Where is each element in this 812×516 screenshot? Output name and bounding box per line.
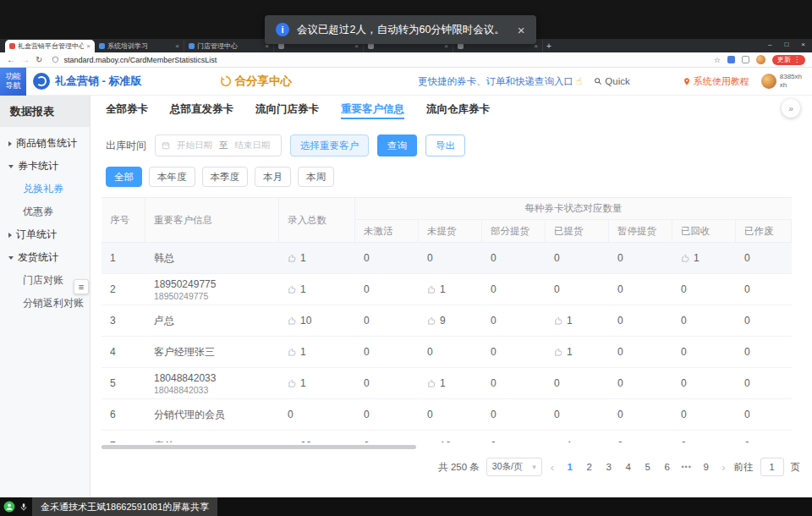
status-count-cell: 0 <box>736 283 792 295</box>
goto-label: 前往 <box>734 461 754 474</box>
search-button[interactable]: 查询 <box>377 134 417 156</box>
forward-icon[interactable]: → <box>21 56 30 64</box>
sidebar-item[interactable]: 兑换礼券 <box>0 178 90 200</box>
new-tab-button[interactable]: + <box>543 40 555 52</box>
content-tab[interactable]: 总部直发券卡 <box>170 96 233 123</box>
content-tab[interactable]: 重要客户信息 <box>341 96 404 123</box>
nav-menu-button[interactable]: 功能导航 <box>0 68 26 96</box>
sidebar-item[interactable]: 优惠券 <box>0 200 90 223</box>
chevron-double-right-icon[interactable]: » <box>782 99 800 118</box>
quick-filter-chip[interactable]: 本季度 <box>202 167 249 187</box>
content-tab[interactable]: 流向门店券卡 <box>255 96 319 123</box>
count-detail-icon[interactable] <box>427 379 436 388</box>
select-customer-button[interactable]: 选择重要客户 <box>290 134 369 156</box>
count-value: 1 <box>567 346 573 358</box>
count-detail-icon[interactable] <box>427 316 436 326</box>
browser-tab[interactable]: 门店管理中心× <box>184 40 274 52</box>
count-detail-icon[interactable] <box>288 254 297 263</box>
page-number[interactable]: 9 <box>699 462 713 472</box>
count-value: 1 <box>300 346 306 358</box>
browser-tab[interactable]: 礼盒营销平台管理中心× <box>5 40 95 52</box>
tab-close-icon[interactable]: × <box>175 42 179 50</box>
toast-close-icon[interactable]: × <box>518 24 525 36</box>
quick-filter-chip[interactable]: 本月 <box>255 167 291 187</box>
date-end-placeholder[interactable]: 结束日期 <box>229 140 275 151</box>
page-number[interactable]: 2 <box>582 462 596 472</box>
sidebar-item[interactable]: 发货统计 <box>0 246 90 269</box>
extension-icon[interactable] <box>727 56 735 63</box>
url-box[interactable]: standard.maboy.cn/CardMemberStatisticsLi… <box>52 56 217 64</box>
count-detail-icon[interactable] <box>554 442 563 443</box>
quick-filter-chip[interactable]: 本周 <box>298 167 334 187</box>
count-detail-icon[interactable] <box>554 316 563 326</box>
goto-page-input[interactable] <box>760 458 784 476</box>
page-number[interactable]: 4 <box>621 462 635 472</box>
user-name-sub: xh <box>780 81 802 90</box>
back-icon[interactable]: ← <box>7 56 15 64</box>
extensions-puzzle-icon[interactable] <box>742 56 749 63</box>
date-filter-label: 出库时间 <box>106 139 146 153</box>
reload-icon[interactable]: ↻ <box>36 56 42 64</box>
count-value: 0 <box>554 283 560 295</box>
horizontal-scrollbar[interactable] <box>102 445 416 449</box>
bookmark-star-icon[interactable]: ☆ <box>714 56 721 64</box>
tutorial-link[interactable]: 系统使用教程 <box>683 75 749 88</box>
count-detail-icon[interactable] <box>427 442 436 443</box>
kebab-menu-icon[interactable]: ⋮ <box>793 56 800 63</box>
maximize-icon[interactable]: □ <box>784 41 788 48</box>
quick-filter-chip[interactable]: 全部 <box>106 167 142 187</box>
quick-search-button[interactable]: Quick <box>594 76 629 86</box>
tab-close-icon[interactable]: × <box>86 42 91 50</box>
page-ellipsis[interactable]: ••• <box>679 463 694 471</box>
header-right: 更快捷的券卡、订单和快递查询入口 ☝ Quick 系统使用教程 8385xh x… <box>418 73 812 90</box>
content-tab[interactable]: 全部券卡 <box>106 96 148 123</box>
next-page-icon[interactable]: › <box>720 461 727 474</box>
customer-cell: 客户经理张三 <box>145 345 279 360</box>
quick-entry-tip[interactable]: 更快捷的券卡、订单和快递查询入口 <box>418 75 573 88</box>
sidebar-item[interactable]: 券卡统计 <box>0 155 90 178</box>
sidebar-item[interactable]: 商品销售统计 <box>0 132 90 155</box>
count-value: 0 <box>491 283 497 295</box>
sidebar-item[interactable]: 分销返利对账 <box>0 292 90 315</box>
browser-tab[interactable]: 系统培训学习× <box>95 40 184 52</box>
count-detail-icon[interactable] <box>288 379 297 388</box>
page-number[interactable]: 3 <box>601 462 616 472</box>
sidebar-collapse-handle[interactable]: ≡ <box>74 279 89 294</box>
status-count-cell: 1 <box>419 377 482 389</box>
count-detail-icon[interactable] <box>288 285 297 294</box>
count-value: 0 <box>364 252 370 264</box>
count-detail-icon[interactable] <box>288 348 297 357</box>
sidebar-item[interactable]: 订单统计 <box>0 223 90 246</box>
col-group-header: 每种券卡状态对应数量 <box>355 198 792 220</box>
url-text[interactable]: standard.maboy.cn/CardMemberStatisticsLi… <box>63 56 217 64</box>
mic-icon[interactable] <box>19 502 28 513</box>
count-detail-icon[interactable] <box>427 285 436 294</box>
tab-label: 礼盒营销平台管理中心 <box>18 41 84 51</box>
date-start-placeholder[interactable]: 开始日期 <box>172 140 217 151</box>
content-tab[interactable]: 流向仓库券卡 <box>426 96 490 123</box>
page-number[interactable]: 6 <box>660 462 674 472</box>
row-index-cell: 3 <box>102 315 145 327</box>
page-number[interactable]: 5 <box>640 462 655 472</box>
count-value: 0 <box>744 252 750 264</box>
share-center-link[interactable]: 合分享中心 <box>220 74 293 89</box>
pagination: 共 250 条 30条/页 ▾ ‹ 123456•••9 › 前往 页 <box>91 458 812 476</box>
quick-filter-chip[interactable]: 本年度 <box>149 167 195 187</box>
user-avatar[interactable] <box>761 74 776 89</box>
count-detail-icon[interactable] <box>288 316 297 326</box>
info-icon: i <box>276 23 289 36</box>
window-close-icon[interactable]: × <box>801 41 805 48</box>
page-number[interactable]: 1 <box>562 462 577 472</box>
count-detail-icon[interactable] <box>681 254 690 263</box>
date-range-picker[interactable]: 开始日期 至 结束日期 <box>155 134 282 156</box>
minimize-icon[interactable]: – <box>768 41 771 48</box>
page-size-select[interactable]: 30条/页 ▾ <box>486 458 542 476</box>
export-button[interactable]: 导出 <box>425 134 465 156</box>
browser-update-button[interactable]: 更新 ⋮ <box>772 55 805 65</box>
count-detail-icon[interactable] <box>288 442 297 443</box>
prev-page-icon[interactable]: ‹ <box>549 461 556 474</box>
count-detail-icon[interactable] <box>554 348 563 357</box>
total-count-cell: 0 <box>279 409 355 420</box>
browser-profile-avatar[interactable] <box>756 55 765 64</box>
share-center-icon <box>220 75 232 87</box>
